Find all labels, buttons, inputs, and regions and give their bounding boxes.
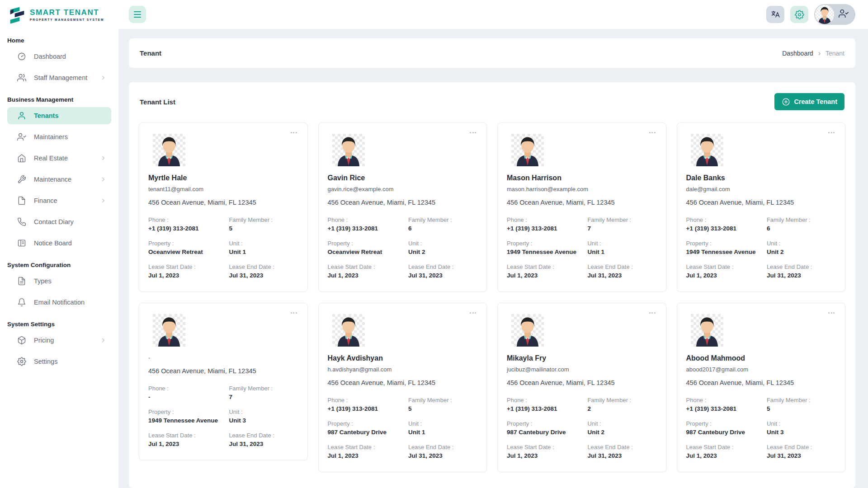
tenant-address: 456 Ocean Avenue, Miami, FL 12345 <box>148 199 298 206</box>
sidebar-item-label: Pricing <box>34 337 54 344</box>
tenant-address: 456 Ocean Avenue, Miami, FL 12345 <box>328 379 478 386</box>
sidebar-item-pricing[interactable]: Pricing <box>7 332 111 349</box>
sidebar-item-label: Email Notification <box>34 299 85 306</box>
unit-value: Unit 2 <box>408 249 477 255</box>
phone-label: Phone : <box>686 397 762 404</box>
sidebar-item-finance[interactable]: Finance <box>7 192 111 209</box>
sidebar-section-title: Business Management <box>7 96 111 103</box>
sidebar-item-label: Maintainers <box>34 133 68 141</box>
lease-end-label: Lease End Date : <box>767 263 836 270</box>
tenant-info-grid: Phone : +1 (319) 313-2081 Family Member … <box>328 397 478 459</box>
sidebar-item-real-estate[interactable]: Real Estate <box>7 150 111 167</box>
tenant-email: gavin.rice@example.com <box>328 186 478 192</box>
tenant-address: 456 Ocean Avenue, Miami, FL 12345 <box>328 199 478 206</box>
tenant-list-panel: Tenant List Create Tenant Myrtle Hale te… <box>129 82 855 488</box>
card-options-button[interactable] <box>288 130 299 136</box>
menu-icon <box>134 11 141 13</box>
profile-menu[interactable] <box>814 4 855 25</box>
lease-start-value: Jul 1, 2023 <box>686 452 762 459</box>
dashboard-icon <box>17 52 26 61</box>
lease-start-value: Jul 1, 2023 <box>148 272 224 279</box>
language-button[interactable] <box>766 6 784 23</box>
breadcrumb-separator-icon: › <box>818 50 821 57</box>
tenant-info-grid: Phone : - Family Member : 7 Property : 1… <box>148 385 298 447</box>
sidebar-item-tenants[interactable]: Tenants <box>7 107 111 124</box>
lease-start-value: Jul 1, 2023 <box>328 452 404 459</box>
board-icon <box>17 239 26 248</box>
breadcrumb-dashboard-link[interactable]: Dashboard <box>782 50 813 57</box>
chevron-right-icon <box>100 337 107 344</box>
unit-label: Unit : <box>767 420 836 427</box>
settings-quick-button[interactable] <box>790 6 808 23</box>
lease-end-label: Lease End Date : <box>229 432 298 439</box>
property-value: 987 Cantebury Drive <box>328 429 404 436</box>
card-options-button[interactable] <box>647 130 658 136</box>
sidebar-item-contact-diary[interactable]: Contact Diary <box>7 213 111 230</box>
tenant-name: Mikayla Fry <box>507 354 657 362</box>
person-icon <box>17 111 26 120</box>
brand-logo[interactable]: SMART TENANT PROPERTY MANAGEMENT SYSTEM <box>0 0 118 29</box>
lease-start-label: Lease Start Date : <box>148 263 224 270</box>
gear-icon <box>795 10 804 19</box>
unit-value: Unit 1 <box>229 249 298 255</box>
tenant-card: Abood Mahmood abood2017@gmail.com 456 Oc… <box>677 303 846 472</box>
lease-end-label: Lease End Date : <box>587 444 656 450</box>
tenant-avatar <box>153 314 185 347</box>
lease-start-label: Lease Start Date : <box>507 444 583 450</box>
sidebar-item-maintenance[interactable]: Maintenance <box>7 171 111 188</box>
file-icon <box>17 196 26 205</box>
tenant-list-header: Tenant List Create Tenant <box>139 82 845 122</box>
sidebar-item-maintainers[interactable]: Maintainers <box>7 128 111 145</box>
family-member-value: 6 <box>408 225 477 232</box>
sidebar-item-settings[interactable]: Settings <box>7 353 111 370</box>
phone-value: - <box>148 394 224 400</box>
sidebar-item-label: Types <box>34 277 52 285</box>
sidebar-item-dashboard[interactable]: Dashboard <box>7 48 111 65</box>
gear-icon <box>17 357 26 366</box>
plus-circle-icon <box>782 98 790 106</box>
unit-label: Unit : <box>229 240 298 247</box>
tenant-list-title: Tenant List <box>140 98 175 106</box>
tenant-email: abood2017@gmail.com <box>686 366 836 373</box>
menu-toggle-button[interactable] <box>129 6 146 23</box>
family-member-value: 2 <box>587 405 656 412</box>
card-options-button[interactable] <box>647 310 658 316</box>
lease-start-value: Jul 1, 2023 <box>328 272 404 279</box>
tenant-card: Mikayla Fry jucibuz@mailinator.com 456 O… <box>497 303 666 472</box>
tenant-name: Hayk Avdishyan <box>328 354 478 362</box>
card-options-button[interactable] <box>826 310 837 316</box>
family-member-value: 5 <box>767 405 836 412</box>
card-options-button[interactable] <box>288 310 299 316</box>
family-member-label: Family Member : <box>587 216 656 223</box>
family-member-label: Family Member : <box>587 397 656 404</box>
topbar-actions <box>766 4 855 25</box>
lease-end-label: Lease End Date : <box>229 263 298 270</box>
create-tenant-button[interactable]: Create Tenant <box>774 93 844 110</box>
family-member-value: 7 <box>587 225 656 232</box>
chevron-right-icon <box>100 155 107 162</box>
main-area: Tenant Dashboard › Tenant Tenant List Cr… <box>118 0 868 488</box>
family-member-label: Family Member : <box>229 385 298 392</box>
sidebar-item-staff-management[interactable]: Staff Management <box>7 69 111 86</box>
lease-start-label: Lease Start Date : <box>507 263 583 270</box>
sidebar-section-title: Home <box>7 37 111 44</box>
card-options-button[interactable] <box>467 310 478 316</box>
sidebar-section-title: System Configuration <box>7 262 111 268</box>
sidebar-item-notice-board[interactable]: Notice Board <box>7 235 111 252</box>
card-options-button[interactable] <box>467 130 478 136</box>
tenant-email: tenant11@gmail.com <box>148 186 298 192</box>
lease-start-label: Lease Start Date : <box>686 444 762 450</box>
sidebar-item-label: Dashboard <box>34 53 66 60</box>
tenant-name: Dale Banks <box>686 174 836 182</box>
sidebar-item-email-notification[interactable]: Email Notification <box>7 294 111 311</box>
tenant-info-grid: Phone : +1 (319) 313-2081 Family Member … <box>686 216 836 279</box>
tenant-name: Myrtle Hale <box>148 174 298 182</box>
card-options-button[interactable] <box>826 130 837 136</box>
sidebar-item-types[interactable]: Types <box>7 272 111 290</box>
property-label: Property : <box>148 240 224 247</box>
app-root: SMART TENANT PROPERTY MANAGEMENT SYSTEM … <box>0 0 868 488</box>
tenant-email: dale@gmail.com <box>686 186 836 192</box>
unit-label: Unit : <box>587 240 656 247</box>
sidebar-nav: HomeDashboardStaff ManagementBusiness Ma… <box>0 29 118 488</box>
phone-label: Phone : <box>507 397 583 404</box>
